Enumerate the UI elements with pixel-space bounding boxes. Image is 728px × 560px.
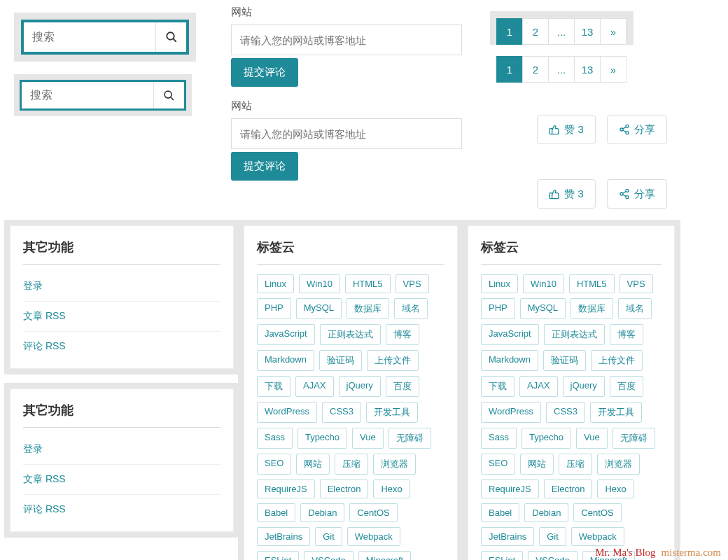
search-input[interactable]: [22, 82, 153, 108]
tag-item[interactable]: Typecho: [522, 428, 571, 449]
page-2[interactable]: 2: [522, 56, 549, 83]
page-13[interactable]: 13: [574, 56, 601, 83]
tag-item[interactable]: 下载: [481, 376, 514, 397]
tag-item[interactable]: WordPress: [481, 402, 541, 423]
tag-item[interactable]: Git: [539, 527, 566, 546]
tag-item[interactable]: jQuery: [339, 376, 381, 397]
tag-item[interactable]: Vue: [352, 428, 384, 449]
tag-item[interactable]: HTML5: [345, 274, 391, 293]
tag-item[interactable]: Hexo: [597, 479, 634, 498]
tag-item[interactable]: Debian: [300, 503, 344, 522]
tag-item[interactable]: Markdown: [257, 350, 314, 371]
page-1[interactable]: 1: [496, 18, 523, 45]
tag-item[interactable]: Electron: [320, 479, 369, 498]
tag-item[interactable]: Typecho: [298, 428, 347, 449]
tag-item[interactable]: 开发工具: [366, 402, 418, 423]
like-button[interactable]: 赞 3: [537, 179, 596, 209]
link-item[interactable]: 登录: [23, 435, 220, 465]
tag-item[interactable]: 数据库: [346, 298, 389, 319]
tag-item[interactable]: Linux: [481, 274, 518, 293]
tag-item[interactable]: AJAX: [295, 376, 334, 397]
tag-item[interactable]: Minecraft: [358, 551, 411, 560]
tag-item[interactable]: Hexo: [373, 479, 410, 498]
tag-item[interactable]: 无障碍: [388, 428, 431, 449]
tag-item[interactable]: CSS3: [322, 402, 361, 423]
tag-item[interactable]: 压缩: [559, 454, 592, 475]
tag-item[interactable]: 验证码: [319, 350, 362, 371]
tag-item[interactable]: VPS: [620, 274, 653, 293]
tag-item[interactable]: 压缩: [335, 454, 368, 475]
tag-item[interactable]: Git: [315, 527, 342, 546]
tag-item[interactable]: 网站: [296, 454, 330, 475]
page-...[interactable]: ...: [548, 18, 575, 45]
tag-item[interactable]: JetBrains: [257, 527, 310, 546]
link-item[interactable]: 评论 RSS: [23, 495, 220, 524]
tag-item[interactable]: CSS3: [546, 402, 585, 423]
tag-item[interactable]: Webpack: [347, 527, 400, 546]
tag-item[interactable]: Vue: [576, 428, 608, 449]
tag-item[interactable]: VSCode: [304, 551, 353, 560]
tag-item[interactable]: JavaScript: [481, 324, 539, 345]
tag-item[interactable]: SEO: [481, 454, 515, 475]
search-input[interactable]: [24, 22, 155, 52]
tag-item[interactable]: ESLint: [257, 551, 299, 560]
tag-item[interactable]: Win10: [299, 274, 340, 293]
page-»[interactable]: »: [600, 18, 626, 45]
tag-item[interactable]: Linux: [257, 274, 294, 293]
page-13[interactable]: 13: [574, 18, 601, 45]
submit-comment-button[interactable]: 提交评论: [231, 152, 298, 181]
tag-item[interactable]: 正则表达式: [544, 324, 605, 345]
tag-item[interactable]: RequireJS: [481, 479, 539, 498]
tag-item[interactable]: 数据库: [570, 298, 613, 319]
tag-item[interactable]: Babel: [481, 503, 519, 522]
tag-item[interactable]: 上传文件: [367, 350, 419, 371]
tag-item[interactable]: MySQL: [520, 298, 566, 319]
tag-item[interactable]: Sass: [481, 428, 517, 449]
tag-item[interactable]: Markdown: [481, 350, 538, 371]
tag-item[interactable]: PHP: [481, 298, 515, 319]
tag-item[interactable]: SEO: [257, 454, 291, 475]
tag-item[interactable]: CentOS: [349, 503, 397, 522]
tag-item[interactable]: 百度: [610, 376, 643, 397]
tag-item[interactable]: 验证码: [543, 350, 586, 371]
tag-item[interactable]: 浏览器: [597, 454, 640, 475]
tag-item[interactable]: MySQL: [296, 298, 342, 319]
link-item[interactable]: 文章 RSS: [23, 302, 220, 332]
tag-item[interactable]: JetBrains: [481, 527, 534, 546]
submit-comment-button[interactable]: 提交评论: [231, 58, 298, 87]
tag-item[interactable]: WordPress: [257, 402, 317, 423]
tag-item[interactable]: VPS: [396, 274, 429, 293]
share-button[interactable]: 分享: [607, 179, 667, 209]
tag-item[interactable]: JavaScript: [257, 324, 315, 345]
website-input[interactable]: [231, 118, 462, 149]
page-»[interactable]: »: [600, 56, 626, 83]
search-button[interactable]: [155, 22, 186, 52]
link-item[interactable]: 登录: [23, 272, 220, 302]
tag-item[interactable]: Webpack: [571, 527, 624, 546]
tag-item[interactable]: RequireJS: [257, 479, 315, 498]
tag-item[interactable]: AJAX: [519, 376, 558, 397]
tag-item[interactable]: 域名: [394, 298, 428, 319]
tag-item[interactable]: HTML5: [569, 274, 615, 293]
tag-item[interactable]: VSCode: [528, 551, 577, 560]
tag-item[interactable]: Babel: [257, 503, 295, 522]
tag-item[interactable]: Win10: [523, 274, 564, 293]
tag-item[interactable]: Electron: [544, 479, 593, 498]
tag-item[interactable]: Debian: [524, 503, 568, 522]
tag-item[interactable]: 正则表达式: [320, 324, 381, 345]
like-button[interactable]: 赞 3: [537, 115, 596, 144]
page-1[interactable]: 1: [496, 56, 523, 83]
link-item[interactable]: 评论 RSS: [23, 332, 220, 361]
search-button[interactable]: [153, 82, 184, 108]
tag-item[interactable]: 博客: [610, 324, 643, 345]
page-2[interactable]: 2: [522, 18, 549, 45]
page-...[interactable]: ...: [548, 56, 575, 83]
tag-item[interactable]: 无障碍: [612, 428, 655, 449]
tag-item[interactable]: 下载: [257, 376, 290, 397]
tag-item[interactable]: 网站: [520, 454, 554, 475]
tag-item[interactable]: 百度: [386, 376, 419, 397]
tag-item[interactable]: ESLint: [481, 551, 523, 560]
tag-item[interactable]: CentOS: [573, 503, 621, 522]
tag-item[interactable]: 浏览器: [373, 454, 416, 475]
tag-item[interactable]: Sass: [257, 428, 293, 449]
